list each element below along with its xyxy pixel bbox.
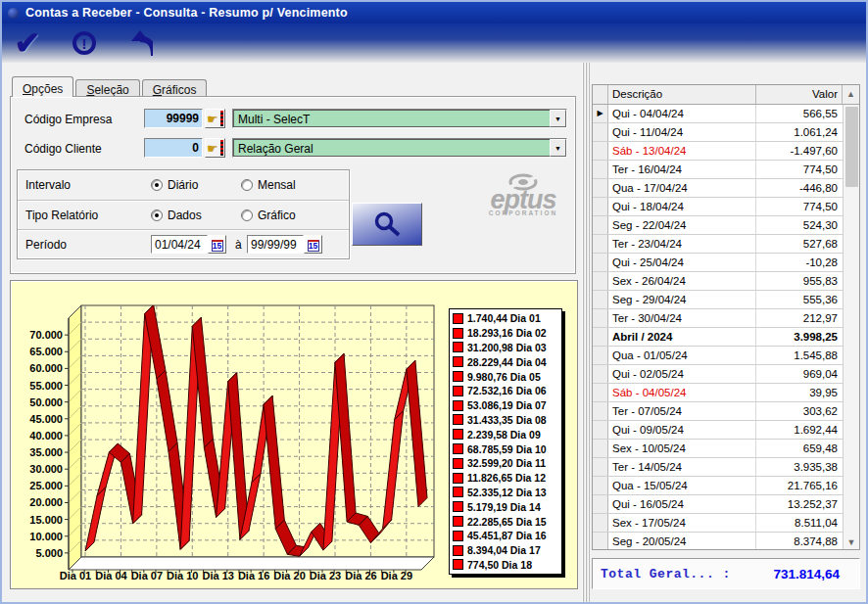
row-indicator [593, 216, 608, 234]
svg-text:Dia 04: Dia 04 [95, 570, 127, 581]
empresa-combobox[interactable]: Multi - SelecT ▼ [232, 109, 567, 128]
table-row[interactable]: Qui - 16/05/2413.252,37 [593, 495, 843, 514]
legend-swatch-icon [453, 414, 463, 425]
hand-icon [220, 140, 223, 156]
radio-dados[interactable] [151, 209, 163, 221]
eptus-brand-text: eptus [469, 191, 577, 209]
periodo-label: Período [25, 238, 67, 252]
table-row[interactable]: ▶Qui - 04/04/24566,55 [593, 105, 843, 123]
table-row[interactable]: Ter - 07/05/24303,62 [593, 402, 843, 421]
legend-swatch-icon [453, 371, 463, 382]
svg-text:Dia 07: Dia 07 [131, 570, 163, 581]
table-row[interactable]: Qui - 25/04/24-10,28 [593, 254, 843, 272]
panel-splitter[interactable] [582, 63, 590, 604]
column-header-descricao[interactable]: Descrição [608, 85, 756, 104]
row-indicator [593, 347, 608, 364]
column-header-valor[interactable]: Valor [756, 85, 843, 104]
confirm-button[interactable]: ✔ [10, 26, 45, 60]
legend-item: 11.826,65 Dia 12 [453, 471, 561, 486]
svg-text:60.000: 60.000 [29, 362, 63, 374]
table-row[interactable]: Ter - 30/04/24212,97 [593, 309, 843, 328]
table-row[interactable]: Sex - 26/04/24955,83 [593, 272, 843, 291]
table-row[interactable]: Qua - 17/04/24-446,80 [593, 179, 843, 198]
legend-swatch-icon [453, 400, 463, 411]
scrollbar-thumb[interactable] [845, 107, 858, 187]
row-indicator [593, 309, 608, 327]
codigo-empresa-lookup-button[interactable]: ☛ [205, 109, 225, 128]
codigo-cliente-lookup-button[interactable]: ☛ [205, 138, 225, 158]
table-row[interactable]: Sáb - 13/04/24-1.497,60 [593, 142, 843, 161]
legend-swatch-icon [453, 458, 463, 469]
table-row[interactable]: Ter - 16/04/24774,50 [593, 161, 843, 179]
table-row[interactable]: Seg - 22/04/24524,30 [593, 216, 843, 235]
exclamation-circle-icon: ! [72, 31, 96, 55]
row-indicator [593, 495, 608, 513]
periodo-to-calendar-button[interactable]: 15 [304, 235, 322, 254]
search-button[interactable] [352, 203, 422, 246]
table-row[interactable]: Sex - 17/05/248.511,04 [593, 514, 843, 533]
dropdown-arrow-icon[interactable]: ▼ [550, 110, 566, 127]
table-row[interactable]: Qua - 01/05/241.545,88 [593, 347, 843, 365]
exit-button[interactable] [123, 26, 159, 60]
calendar-icon: 15 [308, 240, 319, 252]
scroll-up-icon[interactable]: ▲ [843, 85, 859, 103]
svg-text:10.000: 10.000 [29, 531, 63, 542]
table-row[interactable]: Qui - 11/04/241.061,24 [593, 123, 843, 142]
scroll-down-icon[interactable]: ▼ [844, 534, 859, 550]
codigo-cliente-input[interactable] [144, 138, 203, 158]
table-row[interactable]: Qui - 02/05/24969,04 [593, 365, 843, 384]
table-row[interactable]: Seg - 29/04/24555,36 [593, 291, 843, 309]
table-row[interactable]: Qui - 09/05/241.692,44 [593, 421, 843, 440]
table-row[interactable]: Ter - 23/04/24527,68 [593, 235, 843, 254]
chart-legend: 1.740,44 Dia 0118.293,16 Dia 0231.200,98… [449, 308, 562, 575]
radio-mensal[interactable] [241, 179, 253, 191]
svg-text:Dia 16: Dia 16 [238, 570, 269, 581]
magnifier-icon [370, 209, 404, 239]
svg-text:Dia 13: Dia 13 [203, 570, 234, 581]
right-panel: Descrição Valor ▲ ▶Qui - 04/04/24566,55Q… [590, 63, 866, 604]
main-area: Opções Seleção Gráficos Código Empresa ☛… [2, 63, 866, 604]
hand-icon [220, 111, 223, 126]
cliente-combobox-value: Relação Geral [233, 139, 550, 157]
legend-item: 5.179,19 Dia 14 [453, 499, 561, 514]
cliente-combobox[interactable]: Relação Geral ▼ [232, 138, 567, 158]
legend-item: 9.980,76 Dia 05 [453, 369, 561, 384]
cancel-button[interactable]: ! [67, 26, 102, 60]
legend-swatch-icon [453, 487, 463, 497]
codigo-empresa-label: Código Empresa [24, 113, 112, 126]
total-bar: Total Geral... : 731.814,64 [592, 558, 860, 589]
legend-swatch-icon [453, 328, 463, 339]
table-row[interactable]: Ter - 14/05/243.935,38 [593, 458, 843, 477]
svg-text:20.000: 20.000 [29, 496, 63, 508]
table-row[interactable]: Seg - 20/05/248.374,88 [593, 533, 843, 550]
table-row[interactable]: Sex - 10/05/24659,48 [593, 440, 843, 458]
tab-opcoes[interactable]: Opções [12, 76, 73, 97]
table-row[interactable]: Sáb - 04/05/2439,95 [593, 384, 843, 402]
radio-diario[interactable] [151, 179, 163, 191]
window-title: Contas a Receber - Consulta - Resumo p/ … [25, 6, 348, 20]
legend-swatch-icon [453, 342, 463, 352]
periodo-to-input[interactable] [247, 235, 304, 254]
table-row[interactable]: Abril / 20243.998,25 [593, 328, 843, 347]
periodo-from-calendar-button[interactable]: 15 [208, 235, 226, 254]
table-row[interactable]: Qui - 18/04/24774,50 [593, 198, 843, 216]
periodo-from-input[interactable] [151, 235, 208, 254]
row-indicator [593, 458, 608, 476]
legend-item: 22.285,65 Dia 15 [453, 514, 561, 529]
table-scrollbar[interactable]: ▼ [843, 105, 859, 550]
svg-text:45.000: 45.000 [29, 413, 63, 425]
row-indicator [593, 421, 608, 439]
tab-graficos[interactable]: Gráficos [142, 79, 208, 97]
svg-text:Dia 20: Dia 20 [273, 570, 305, 581]
dropdown-arrow-icon[interactable]: ▼ [550, 139, 566, 157]
total-label: Total Geral... : [593, 567, 773, 581]
svg-text:Dia 23: Dia 23 [310, 570, 341, 581]
codigo-empresa-input[interactable] [144, 109, 203, 128]
svg-text:Dia 10: Dia 10 [167, 570, 198, 581]
chart-panel: 5.00010.00015.00020.00025.00030.00035.00… [10, 280, 578, 589]
tab-selecao[interactable]: Seleção [75, 79, 139, 97]
radio-dados-label: Dados [168, 209, 202, 222]
table-row[interactable]: Qua - 15/05/2421.765,16 [593, 477, 843, 495]
radio-grafico[interactable] [241, 209, 253, 221]
legend-item: 28.229,44 Dia 04 [453, 354, 561, 369]
